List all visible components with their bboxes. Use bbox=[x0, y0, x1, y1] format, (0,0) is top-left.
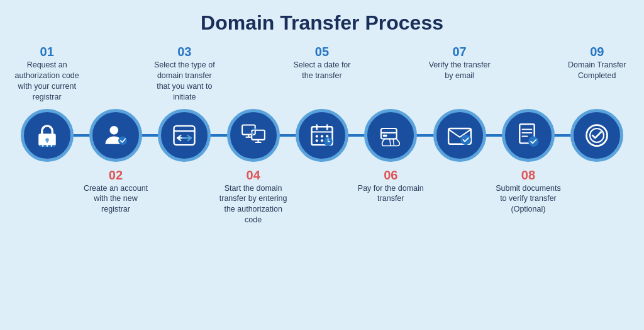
icons-row bbox=[13, 109, 631, 162]
label-step-06: 06 Pay for the domain transfer bbox=[357, 168, 425, 226]
document-check-icon bbox=[514, 122, 542, 149]
label-step-04: 04 Start the domain transfer by entering… bbox=[219, 168, 287, 226]
svg-point-6 bbox=[50, 145, 52, 147]
icon-step-03 bbox=[158, 109, 211, 162]
svg-point-42 bbox=[528, 136, 539, 147]
svg-point-8 bbox=[118, 136, 127, 145]
icon-step-06 bbox=[364, 109, 417, 162]
svg-point-4 bbox=[42, 145, 43, 147]
label-step-09: 09 Domain Transfer Completed bbox=[563, 45, 631, 103]
svg-point-27 bbox=[321, 139, 323, 142]
labels-top: 01 Request an authorization code with yo… bbox=[13, 45, 631, 103]
svg-point-7 bbox=[109, 125, 118, 134]
svg-point-23 bbox=[316, 135, 318, 137]
label-step-03: 03 Select the type of domain transfer th… bbox=[150, 45, 218, 103]
svg-line-34 bbox=[390, 139, 391, 145]
svg-rect-31 bbox=[381, 128, 397, 139]
icon-step-01 bbox=[21, 109, 74, 162]
svg-rect-9 bbox=[174, 125, 195, 144]
svg-rect-33 bbox=[383, 134, 387, 136]
label-step-02: 02 Create an account with the new regist… bbox=[82, 168, 150, 226]
svg-point-24 bbox=[321, 135, 323, 137]
check-circle-icon bbox=[583, 122, 611, 149]
icon-step-08 bbox=[502, 109, 555, 162]
arrows-icon bbox=[170, 122, 198, 149]
svg-point-5 bbox=[46, 145, 48, 147]
label-step-08: 08 Submit documents to verify transfer (… bbox=[494, 168, 562, 226]
user-check-icon bbox=[102, 122, 130, 149]
calendar-icon bbox=[308, 122, 336, 149]
icon-step-02 bbox=[89, 109, 142, 162]
label-step-05: 05 Select a date for the transfer bbox=[288, 45, 356, 103]
icon-step-05 bbox=[296, 109, 348, 162]
computer-transfer-icon bbox=[240, 122, 267, 149]
svg-point-37 bbox=[460, 134, 471, 145]
svg-rect-2 bbox=[46, 139, 48, 142]
icon-step-07 bbox=[433, 109, 486, 162]
label-step-07: 07 Verify the transfer by email bbox=[426, 45, 494, 103]
labels-bottom: 02 Create an account with the new regist… bbox=[13, 168, 631, 226]
process-container: 01 Request an authorization code with yo… bbox=[13, 45, 631, 225]
icon-step-09 bbox=[570, 109, 623, 162]
label-step-01: 01 Request an authorization code with yo… bbox=[13, 45, 81, 103]
page-title: Domain Transfer Process bbox=[201, 11, 443, 35]
icon-step-04 bbox=[227, 109, 280, 162]
email-check-icon bbox=[446, 122, 474, 149]
svg-point-26 bbox=[316, 139, 318, 142]
lock-icon bbox=[33, 122, 61, 149]
svg-line-35 bbox=[393, 139, 394, 145]
payment-icon bbox=[377, 122, 404, 149]
